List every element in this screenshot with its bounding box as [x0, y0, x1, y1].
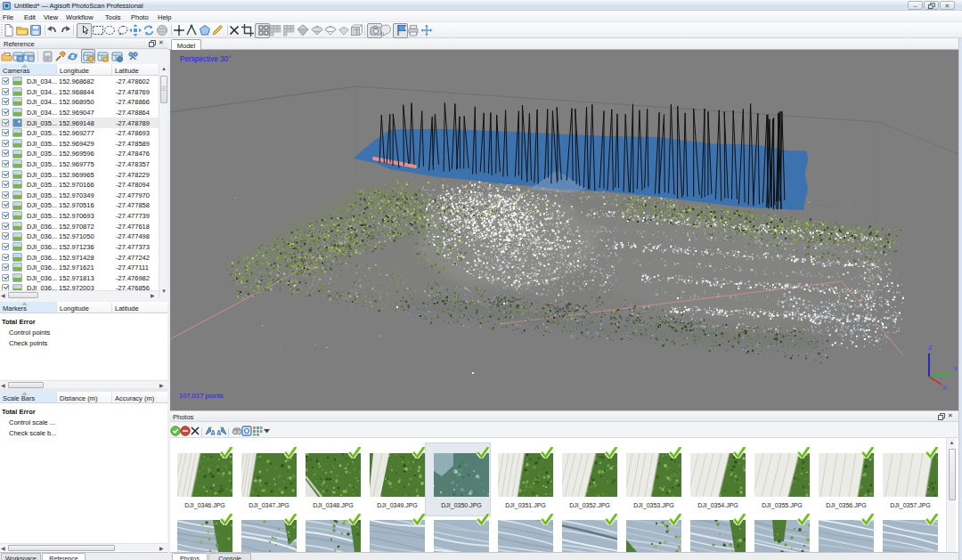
svg-text:Perspective 30°: Perspective 30°: [180, 55, 231, 63]
svg-text:107,017 points: 107,017 points: [179, 392, 224, 400]
svg-text:X: X: [942, 384, 948, 392]
svg-text:Z: Z: [928, 344, 933, 352]
